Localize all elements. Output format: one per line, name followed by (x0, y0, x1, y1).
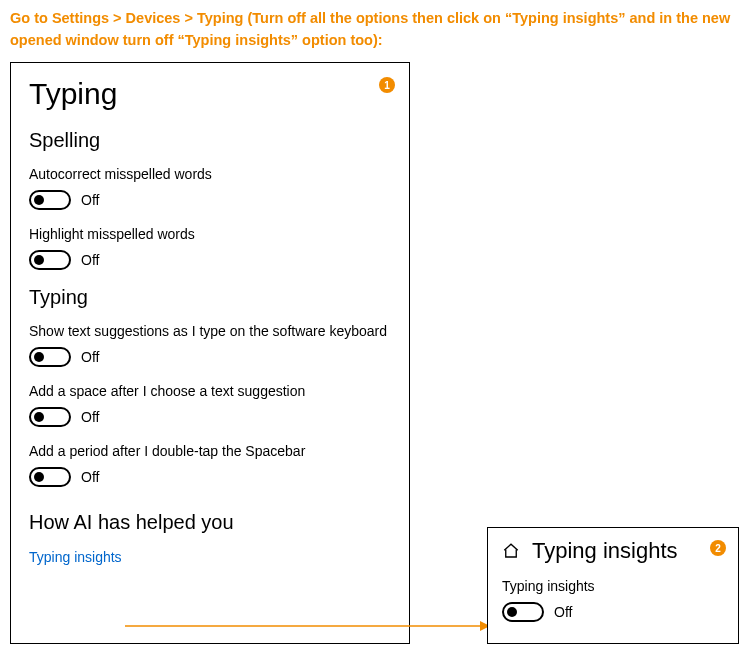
toggle-text-suggestions[interactable] (29, 347, 71, 367)
toggle-state: Off (81, 252, 99, 268)
toggle-state: Off (81, 192, 99, 208)
instruction-text: Go to Settings > Devices > Typing (Turn … (0, 0, 750, 52)
setting-label: Add a period after I double-tap the Spac… (29, 443, 391, 459)
spelling-heading: Spelling (29, 129, 391, 152)
toggle-highlight[interactable] (29, 250, 71, 270)
toggle-add-space[interactable] (29, 407, 71, 427)
setting-label: Show text suggestions as I type on the s… (29, 323, 391, 339)
toggle-add-period[interactable] (29, 467, 71, 487)
setting-label: Typing insights (502, 578, 724, 594)
setting-label: Add a space after I choose a text sugges… (29, 383, 391, 399)
toggle-state: Off (554, 604, 572, 620)
setting-label: Autocorrect misspelled words (29, 166, 391, 182)
setting-label: Highlight misspelled words (29, 226, 391, 242)
annotation-badge-1: 1 (379, 77, 395, 93)
home-icon[interactable] (502, 542, 520, 560)
toggle-state: Off (81, 469, 99, 485)
typing-settings-panel: 1 Typing Spelling Autocorrect misspelled… (10, 62, 410, 644)
typing-insights-panel: 2 Typing insights Typing insights Off (487, 527, 739, 644)
toggle-state: Off (81, 349, 99, 365)
setting-highlight: Highlight misspelled words Off (29, 226, 391, 270)
toggle-state: Off (81, 409, 99, 425)
sub-panel-title: Typing insights (532, 538, 678, 564)
page-title: Typing (29, 77, 391, 111)
toggle-autocorrect[interactable] (29, 190, 71, 210)
setting-autocorrect: Autocorrect misspelled words Off (29, 166, 391, 210)
setting-typing-insights: Typing insights Off (502, 578, 724, 622)
setting-add-space: Add a space after I choose a text sugges… (29, 383, 391, 427)
setting-text-suggestions: Show text suggestions as I type on the s… (29, 323, 391, 367)
annotation-badge-2: 2 (710, 540, 726, 556)
typing-insights-link[interactable]: Typing insights (29, 549, 122, 565)
ai-heading: How AI has helped you (29, 511, 391, 534)
toggle-typing-insights[interactable] (502, 602, 544, 622)
typing-heading: Typing (29, 286, 391, 309)
setting-add-period: Add a period after I double-tap the Spac… (29, 443, 391, 487)
